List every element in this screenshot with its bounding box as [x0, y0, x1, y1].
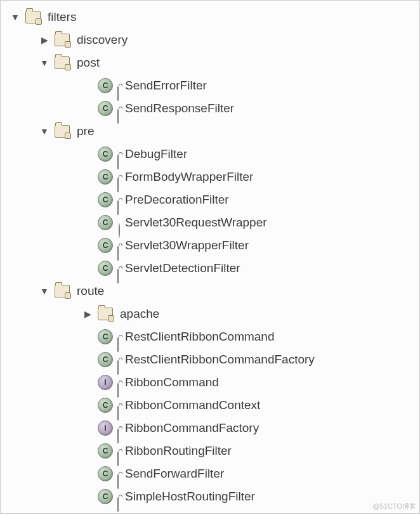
tree-node-post[interactable]: ▼ post — [6, 51, 414, 74]
lock-icon — [117, 201, 125, 209]
package-icon — [54, 284, 70, 299]
expand-arrow-icon[interactable]: ▼ — [10, 12, 21, 22]
node-label: SendForwardFilter — [125, 467, 224, 481]
lock-icon — [117, 338, 125, 346]
interface-icon: I — [97, 420, 114, 436]
node-label: route — [77, 284, 104, 298]
tree-node-class[interactable]: ▶ C FormBodyWrapperFilter — [6, 166, 414, 188]
class-icon: C — [97, 238, 114, 253]
lock-icon — [117, 110, 125, 117]
tree-node-class[interactable]: ▶ C RibbonCommandContext — [6, 394, 414, 417]
node-label: SendErrorFilter — [125, 79, 207, 93]
expand-arrow-icon[interactable]: ▼ — [39, 286, 50, 296]
tree-node-apache[interactable]: ▶ apache — [6, 303, 414, 325]
node-label: SendResponseFilter — [125, 101, 234, 115]
class-icon: C — [97, 261, 114, 276]
tree-node-class[interactable]: ▶ C SendForwardFilter — [6, 462, 414, 485]
node-label: FormBodyWrapperFilter — [125, 170, 253, 184]
tree-node-class[interactable]: ▶ C RestClientRibbonCommand — [6, 325, 414, 348]
lock-icon — [117, 498, 125, 505]
node-label: RestClientRibbonCommand — [125, 330, 275, 344]
node-label: PreDecorationFilter — [125, 193, 229, 207]
lock-icon — [117, 155, 125, 163]
class-icon: C — [97, 466, 114, 481]
node-label: RibbonCommandContext — [125, 398, 260, 412]
tree-node-class[interactable]: ▶ C Servlet30RequestWrapper — [6, 211, 414, 234]
node-label: pre — [77, 124, 94, 138]
class-icon: C — [97, 169, 114, 185]
node-label: DebugFilter — [125, 147, 187, 161]
node-label: Servlet30RequestWrapper — [125, 216, 267, 230]
tree-node-route[interactable]: ▼ route — [6, 280, 414, 303]
class-icon: C — [97, 192, 114, 207]
tree-node-discovery[interactable]: ▶ discovery — [6, 29, 414, 51]
tree-node-class[interactable]: ▶ C SendErrorFilter — [6, 74, 414, 97]
lock-icon — [117, 270, 125, 277]
expand-arrow-icon[interactable]: ▼ — [39, 126, 50, 136]
tree-node-class[interactable]: ▶ C Servlet30WrapperFilter — [6, 234, 414, 257]
node-label: Servlet30WrapperFilter — [125, 238, 249, 252]
class-icon: C — [97, 78, 114, 93]
package-icon — [97, 306, 114, 322]
tree-node-filters[interactable]: ▼ filters — [6, 6, 414, 29]
package-icon — [54, 124, 70, 139]
lock-icon — [117, 87, 125, 95]
watermark: @51CTO博客 — [373, 502, 416, 511]
lock-icon — [117, 407, 125, 414]
node-label: RestClientRibbonCommandFactory — [125, 353, 315, 367]
class-icon: C — [97, 443, 114, 459]
tree-node-class[interactable]: ▶ C RestClientRibbonCommandFactory — [6, 348, 414, 371]
collapse-arrow-icon[interactable]: ▶ — [39, 35, 50, 45]
package-tree: ▼ filters ▶ discovery ▼ post ▶ C SendErr… — [6, 6, 414, 508]
class-icon: C — [97, 489, 114, 504]
node-label: filters — [48, 10, 76, 24]
tree-node-interface[interactable]: ▶ I RibbonCommandFactory — [6, 417, 414, 440]
node-label: RibbonCommandFactory — [125, 421, 259, 435]
lock-icon — [117, 361, 125, 368]
package-icon — [25, 10, 41, 25]
default-visibility-icon — [117, 224, 125, 231]
node-label: post — [77, 56, 100, 70]
class-icon: C — [97, 101, 114, 116]
package-icon — [54, 55, 70, 70]
tree-node-class[interactable]: ▶ C SendResponseFilter — [6, 97, 414, 120]
node-label: ServletDetectionFilter — [125, 261, 240, 275]
tree-node-class[interactable]: ▶ C RibbonRoutingFilter — [6, 440, 414, 462]
class-icon: C — [97, 329, 114, 344]
node-label: apache — [120, 307, 159, 321]
class-icon: C — [97, 352, 114, 367]
class-icon: C — [97, 398, 114, 413]
expand-arrow-icon[interactable]: ▼ — [39, 58, 50, 68]
lock-icon — [117, 384, 125, 391]
tree-node-class[interactable]: ▶ C DebugFilter — [6, 143, 414, 166]
lock-icon — [117, 475, 125, 483]
package-icon — [54, 32, 70, 48]
tree-node-class[interactable]: ▶ C ServletDetectionFilter — [6, 257, 414, 280]
node-label: RibbonRoutingFilter — [125, 444, 232, 458]
lock-icon — [117, 429, 125, 437]
class-icon: C — [97, 147, 114, 162]
node-label: RibbonCommand — [125, 375, 219, 389]
lock-icon — [117, 247, 125, 254]
collapse-arrow-icon[interactable]: ▶ — [82, 309, 93, 319]
node-label: SimpleHostRoutingFilter — [125, 490, 255, 504]
interface-icon: I — [97, 375, 114, 390]
class-icon: C — [97, 215, 114, 230]
tree-node-interface[interactable]: ▶ I RibbonCommand — [6, 371, 414, 394]
lock-icon — [117, 178, 125, 186]
tree-node-class[interactable]: ▶ C SimpleHostRoutingFilter — [6, 485, 414, 508]
tree-node-pre[interactable]: ▼ pre — [6, 120, 414, 143]
lock-icon — [117, 452, 125, 460]
node-label: discovery — [77, 33, 128, 47]
tree-node-class[interactable]: ▶ C PreDecorationFilter — [6, 188, 414, 211]
